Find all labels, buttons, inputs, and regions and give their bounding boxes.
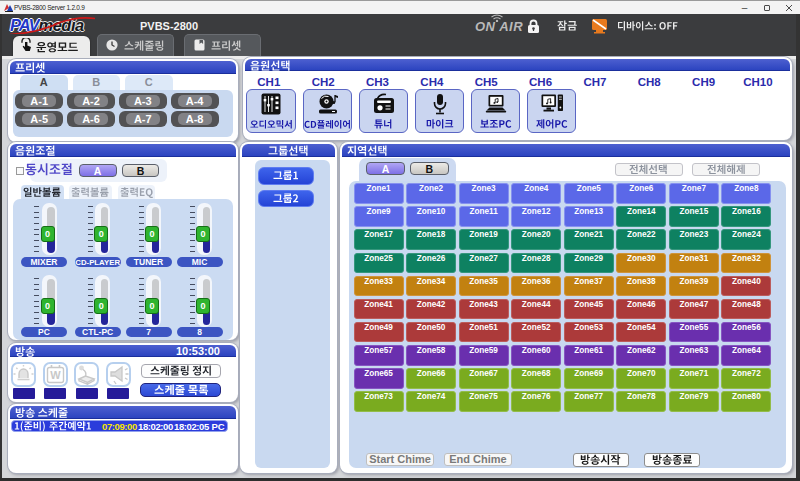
svg-text:W: W [50, 369, 61, 381]
